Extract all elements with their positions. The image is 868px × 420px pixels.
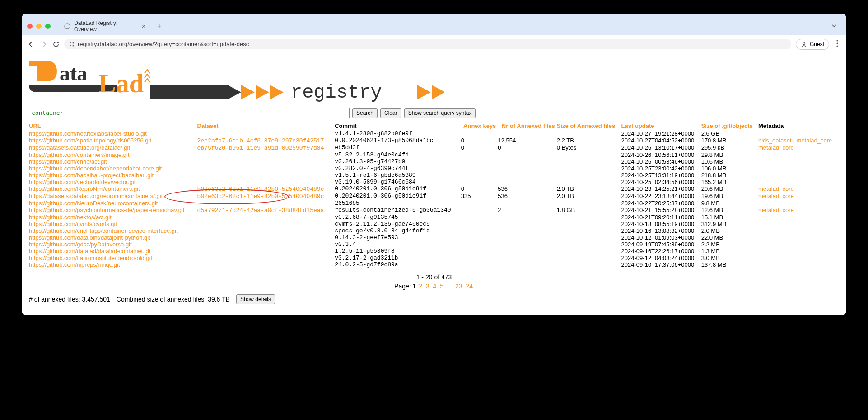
col-last-update[interactable]: Last update bbox=[621, 122, 701, 130]
window-close-icon[interactable] bbox=[27, 24, 33, 29]
annexed-files-cell: 2 bbox=[498, 207, 556, 214]
annex-keys-cell bbox=[461, 248, 498, 255]
annexed-size-cell bbox=[557, 234, 621, 241]
search-input[interactable] bbox=[29, 108, 350, 118]
annex-keys-cell: 0 bbox=[461, 144, 498, 151]
metadata-link[interactable]: bids_dataset bbox=[758, 137, 792, 144]
browser-menu-button[interactable] bbox=[834, 38, 841, 50]
col-annex-keys[interactable]: Annex keys bbox=[461, 122, 498, 130]
url-link[interactable]: https://github.com/cvmfs/cvmfs.git bbox=[29, 221, 117, 227]
metadata-link[interactable]: metalad_core bbox=[758, 193, 794, 199]
metadata-cell bbox=[758, 227, 839, 234]
annex-keys-cell bbox=[461, 241, 498, 248]
last-update-cell: 2024-10-16T13:08:32+0000 bbox=[621, 227, 701, 234]
url-link[interactable]: https://github.com/containers/image.git bbox=[29, 151, 130, 158]
table-row: https://github.com/bacalhau-project/baca… bbox=[29, 172, 839, 179]
annexed-size-cell: 2.2 TB bbox=[557, 137, 621, 144]
table-row: https://github.com/psychoinformatics-de/… bbox=[29, 207, 839, 214]
dataset-link[interactable]: eb75f620-b951-11e9-a91d-002590f97d84 bbox=[197, 145, 324, 151]
site-settings-icon[interactable] bbox=[69, 41, 75, 47]
annex-keys-cell bbox=[461, 255, 498, 261]
annex-keys-cell bbox=[461, 221, 498, 227]
col-annexed-size[interactable]: Size of Annexed files bbox=[557, 122, 621, 130]
col-git-objects[interactable]: Size of .git/objects bbox=[701, 122, 758, 130]
col-dataset[interactable]: Dataset bbox=[197, 122, 335, 130]
pagination-label: Page: bbox=[394, 283, 411, 290]
commit-cell: specs-go/v0.8.0-34-g44fef1d bbox=[335, 227, 461, 234]
window-maximize-icon[interactable] bbox=[45, 24, 51, 29]
commit-cell: 24.0.2-5-gd7f9c89a bbox=[335, 261, 461, 268]
metadata-cell bbox=[758, 172, 839, 179]
url-link[interactable]: https://github.com/gdcc/pyDataverse.git bbox=[29, 241, 132, 248]
table-row: https://github.com/NeuroDesk/neurocontai… bbox=[29, 200, 839, 207]
page-link[interactable]: 2 bbox=[418, 283, 423, 290]
table-row: https://github.com/heartexlabs/label-stu… bbox=[29, 130, 839, 137]
url-link[interactable]: https://github.com/spatialtopology/ds005… bbox=[29, 137, 151, 144]
metadata-link[interactable]: metalad_core bbox=[797, 137, 832, 144]
page-link[interactable]: 5 bbox=[439, 283, 444, 290]
annexed-files-cell bbox=[498, 227, 556, 234]
url-link[interactable]: https://github.com/datajoint/datajoint-p… bbox=[29, 234, 150, 241]
tab-close-icon[interactable]: × bbox=[142, 23, 145, 30]
guest-profile-button[interactable]: Guest bbox=[796, 39, 829, 50]
annexed-files-cell bbox=[498, 261, 556, 268]
new-tab-button[interactable]: + bbox=[154, 20, 165, 32]
dataset-link[interactable]: 2ee2bfa7-6c1b-4cf6-87e9-297e30f42517 bbox=[197, 137, 324, 144]
annexed-size-cell bbox=[557, 227, 621, 234]
url-link[interactable]: https://github.com/ReproNim/containers.g… bbox=[29, 185, 140, 192]
metadata-cell bbox=[758, 158, 839, 165]
url-link[interactable]: https://datasets.datalad.org/datalad/.gi… bbox=[29, 144, 130, 151]
annex-keys-cell bbox=[461, 165, 498, 172]
dataset-link[interactable]: b02e63c2-62c1-11e9-82b0-52540040489c bbox=[197, 186, 324, 193]
metadata-cell: bids_dataset , metalad_core bbox=[758, 137, 839, 144]
tab-dropdown-button[interactable] bbox=[827, 21, 841, 32]
dataset-link[interactable]: c5a79271-7d24-42aa-a0cf-38d84fd15eaa bbox=[197, 207, 324, 214]
last-update-cell: 2024-10-27T19:21:28+0000 bbox=[621, 130, 701, 137]
url-link[interactable]: https://github.com/nipreps/mriqc.git bbox=[29, 261, 120, 268]
col-url[interactable]: URL bbox=[29, 122, 197, 130]
url-link[interactable]: https://github.com/vectordotdev/vector.g… bbox=[29, 179, 135, 185]
url-link[interactable]: https://github.com/heartexlabs/label-stu… bbox=[29, 130, 147, 137]
url-link[interactable]: https://datasets.datalad.org/repronim/co… bbox=[29, 193, 163, 199]
search-button[interactable]: Search bbox=[352, 108, 378, 118]
url-link[interactable]: https://github.com/dependabot/dependabot… bbox=[29, 165, 162, 172]
page-link[interactable]: 4 bbox=[432, 283, 438, 290]
page-link[interactable]: 24 bbox=[465, 283, 474, 290]
commit-cell: v1.5.1-rc1-6-gbde6a5389 bbox=[335, 172, 461, 179]
tab-bar: DataLad Registry: Overview × + bbox=[22, 14, 846, 35]
back-button[interactable] bbox=[27, 40, 35, 48]
svg-point-3 bbox=[73, 42, 74, 43]
metadata-link[interactable]: metalad_core bbox=[758, 185, 794, 192]
col-annexed-files[interactable]: Nr of Annexed files bbox=[498, 122, 556, 130]
dataset-link[interactable]: b02e63c2-62c1-11e9-82b0-52540040489c bbox=[197, 193, 324, 200]
git-objects-cell: 9.8 MB bbox=[701, 200, 758, 207]
url-link[interactable]: https://github.com/datalad/datalad-conta… bbox=[29, 248, 151, 255]
metadata-link[interactable]: metalad_core bbox=[758, 207, 794, 213]
metadata-link[interactable]: metalad_core bbox=[758, 144, 794, 151]
show-syntax-button[interactable]: Show search query syntax bbox=[404, 108, 476, 118]
metadata-cell bbox=[758, 151, 839, 158]
browser-tab[interactable]: DataLad Registry: Overview × bbox=[60, 17, 150, 35]
show-details-button[interactable]: Show details bbox=[236, 294, 275, 304]
combined-size: Combined size of annexed files: 39.6 TB bbox=[117, 296, 230, 303]
clear-button[interactable]: Clear bbox=[380, 108, 401, 118]
url-link[interactable]: https://github.com/nektos/act.git bbox=[29, 214, 112, 221]
url-link[interactable]: https://github.com/NeuroDesk/neurocontai… bbox=[29, 200, 158, 207]
reload-button[interactable] bbox=[52, 41, 60, 48]
commit-cell: v0.2.68-7-g9135745 bbox=[335, 214, 461, 221]
window-minimize-icon[interactable] bbox=[36, 24, 42, 29]
url-link[interactable]: https://github.com/cncf-tags/container-d… bbox=[29, 227, 178, 234]
table-row: https://github.com/flatironinstitute/den… bbox=[29, 255, 839, 261]
address-bar[interactable]: registry.datalad.org/overview/?query=con… bbox=[64, 39, 791, 49]
url-link[interactable]: https://github.com/chhe/act.git bbox=[29, 158, 107, 165]
url-link[interactable]: https://github.com/bacalhau-project/baca… bbox=[29, 172, 154, 179]
page-link[interactable]: 3 bbox=[425, 283, 430, 290]
table-row: https://github.com/nektos/act.git v0.2.6… bbox=[29, 214, 839, 221]
page-link[interactable]: 23 bbox=[454, 283, 463, 290]
url-link[interactable]: https://github.com/psychoinformatics-de/… bbox=[29, 207, 184, 213]
annexed-files-cell bbox=[498, 248, 556, 255]
git-objects-cell: 165.2 MB bbox=[701, 179, 758, 185]
git-objects-cell: 312.9 MB bbox=[701, 221, 758, 227]
forward-button[interactable] bbox=[40, 40, 48, 48]
url-link[interactable]: https://github.com/flatironinstitute/den… bbox=[29, 255, 152, 261]
